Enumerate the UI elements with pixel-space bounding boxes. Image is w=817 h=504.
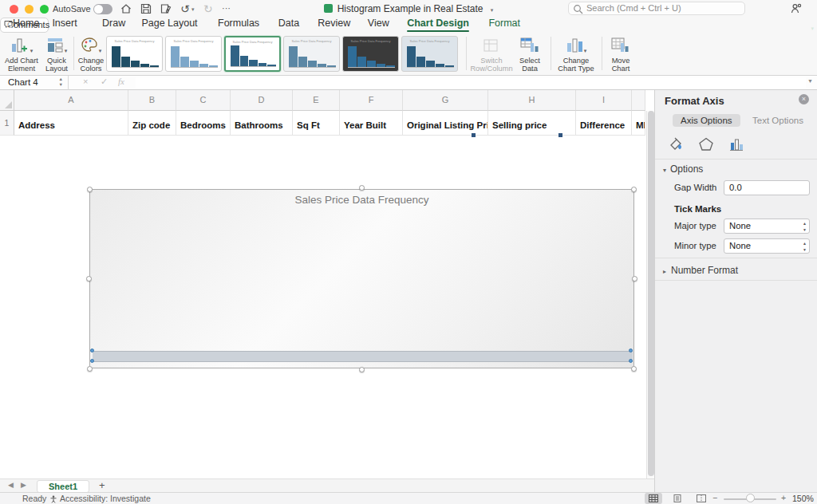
chart-resize-handle[interactable] [631,187,637,192]
chart-style-3[interactable]: Sales Price Data Frequency [224,36,281,72]
column-header-I[interactable]: I [576,90,632,111]
change-colors-button[interactable]: ▾ Change Colors [77,35,105,73]
tab-text-options[interactable]: Text Options [752,114,803,127]
column-header-G[interactable]: G [403,90,488,111]
chart-style-5[interactable]: Sales Price Data Frequency [342,36,399,72]
chart-resize-handle[interactable] [87,366,93,372]
options-section-header[interactable]: ▾Options [663,163,703,175]
select-all-corner[interactable] [0,90,14,111]
switch-row-column-icon [483,37,500,54]
effects-icon[interactable] [698,136,714,152]
next-sheet-icon[interactable]: ▶ [21,481,26,489]
ribbon-tab-formulas[interactable]: Formulas [218,18,259,29]
number-format-section-header[interactable]: ▸Number Format [663,265,738,276]
column-header-E[interactable]: E [293,90,340,111]
switch-row-column-button: Switch Row/Column [469,35,514,73]
cell[interactable]: Address [14,111,128,136]
cell[interactable]: Year Built [340,111,403,136]
cell[interactable]: Zip code [128,111,176,136]
chart-resize-handle[interactable] [632,276,637,282]
ribbon-tab-review[interactable]: Review [318,18,350,29]
fill-line-icon[interactable] [668,136,684,152]
move-chart-button[interactable]: Move Chart [605,35,637,73]
column-header-C[interactable]: C [176,90,231,111]
selection-handle[interactable] [472,133,476,137]
chart-style-6[interactable]: Sales Price Data Frequency [401,36,458,72]
cell[interactable]: Selling price [488,111,576,136]
chart-style-2[interactable]: Sales Price Data Frequency [165,36,222,72]
ribbon-tab-draw[interactable]: Draw [102,18,125,29]
change-chart-type-button[interactable]: ▾ Change Chart Type [554,35,598,73]
ribbon-tab-page-layout[interactable]: Page Layout [141,18,197,29]
formula-input[interactable] [136,77,806,89]
zoom-percentage: 150% [792,494,814,503]
ribbon-tab-chart-design[interactable]: Chart Design [407,18,469,29]
function-icon: fx [118,77,124,86]
chart-resize-handle[interactable] [359,367,365,372]
page-break-view-button[interactable] [693,493,710,504]
ribbon-tab-view[interactable]: View [368,18,389,29]
major-type-select[interactable]: None ▲▼ [724,219,810,234]
chart-resize-handle[interactable] [359,185,365,191]
quick-layout-icon [46,37,64,54]
prev-sheet-icon[interactable]: ◀ [8,481,14,489]
search-input[interactable]: Search (Cmd + Ctrl + U) [568,2,745,15]
vertical-scrollbar[interactable] [646,111,654,478]
page-layout-view-button[interactable] [669,493,686,504]
column-header-clipped[interactable] [632,90,645,111]
cell[interactable]: Sq Ft [293,111,340,136]
stepper-icon[interactable]: ▲▼ [803,220,807,233]
row-number[interactable]: 1 [0,111,14,136]
column-header-A[interactable]: A [14,90,128,111]
minor-type-select[interactable]: None ▲▼ [724,238,810,254]
name-box[interactable]: Chart 4 ▲▼ [0,76,69,90]
name-box-stepper[interactable]: ▲▼ [59,77,63,88]
add-sheet-button[interactable]: + [99,479,105,491]
ribbon-tab-format[interactable]: Format [488,18,520,29]
chart-title[interactable]: Sales Price Data Frequency [90,194,633,206]
cell[interactable]: Original Listing Price [403,111,488,136]
ribbon-tab-insert[interactable]: Insert [52,18,77,29]
zoom-out-icon[interactable]: − [712,493,717,502]
column-header-F[interactable]: F [340,90,403,111]
chart-object[interactable]: Sales Price Data Frequency [89,189,634,368]
status-bar: Ready Accessibility: Investigate − + 150… [0,492,817,504]
accessibility-status[interactable]: Accessibility: Investigate [49,494,151,503]
chart-options-icon[interactable] [728,136,744,152]
stepper-icon[interactable]: ▲▼ [803,240,807,253]
add-chart-element-button[interactable]: ▾ Add Chart Element [2,35,41,73]
cell[interactable]: Bedrooms [176,111,231,136]
column-header-D[interactable]: D [231,90,293,111]
column-header-B[interactable]: B [128,90,176,111]
ribbon-tab-data[interactable]: Data [278,18,299,29]
tab-axis-options[interactable]: Axis Options [673,114,740,127]
close-icon[interactable]: × [799,94,809,104]
chart-resize-handle[interactable] [87,187,93,192]
quick-layout-button[interactable]: ▾ Quick Layout [42,35,71,73]
column-header-H[interactable]: H [488,90,576,111]
chart-resize-handle[interactable] [631,366,637,372]
major-type-label: Major type [674,221,724,230]
share-icon [4,21,12,29]
ribbon-tab-home[interactable]: Home [13,18,39,29]
chart-resize-handle[interactable] [86,276,92,282]
select-data-button[interactable]: Select Data [514,35,546,73]
cell[interactable]: ML [632,111,645,136]
formula-bar-expand-icon[interactable]: ▼ [807,78,813,84]
zoom-slider-thumb[interactable] [746,494,755,502]
ready-status: Ready [22,494,46,503]
panel-title: Format Axis [665,95,724,107]
chart-style-1[interactable]: Sales Price Data Frequency [106,36,163,72]
zoom-in-icon[interactable]: + [781,493,786,502]
chart-style-4[interactable]: Sales Price Data Frequency [283,36,340,72]
sheet-tab-sheet1[interactable]: Sheet1 [37,480,89,493]
gap-width-input[interactable]: 0.0 [724,180,810,195]
add-chart-element-icon [10,37,30,54]
x-axis-labels[interactable] [93,351,633,362]
cell[interactable]: Bathrooms [231,111,293,136]
selection-handle[interactable] [558,133,562,137]
normal-view-button[interactable] [645,493,662,504]
account-icon[interactable] [790,2,803,15]
select-data-icon [520,37,539,54]
cell[interactable]: Difference [576,111,632,136]
